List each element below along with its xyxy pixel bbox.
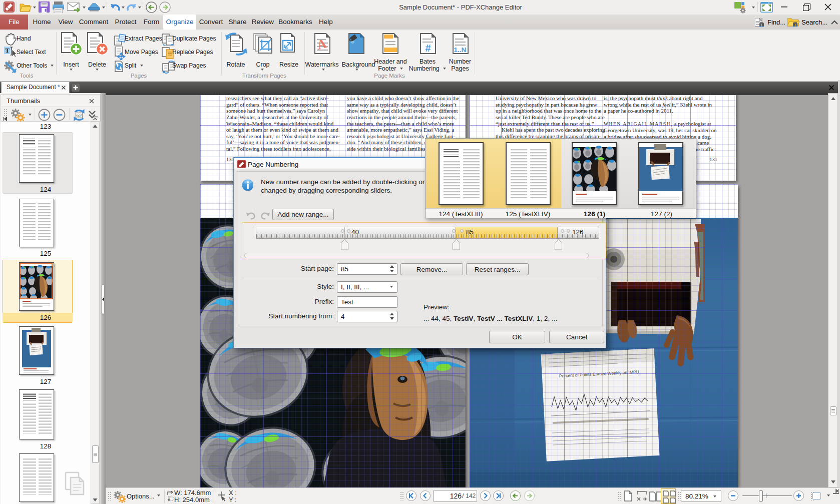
svg-text:T: T (5, 47, 10, 54)
svg-text:90°: 90° (76, 114, 82, 118)
svg-text:1..N: 1..N (454, 46, 467, 54)
svg-text:#: # (425, 43, 431, 54)
